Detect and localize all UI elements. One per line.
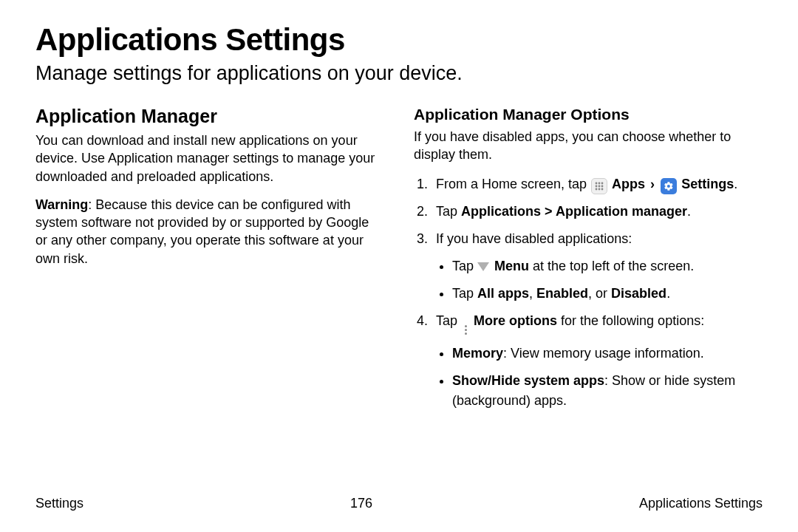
sub-text: , or xyxy=(588,286,611,301)
sub-text: Tap xyxy=(452,286,477,301)
svg-point-8 xyxy=(601,188,604,190)
svg-point-5 xyxy=(601,185,604,187)
sub-list: Tap Menu at the top left of the screen. … xyxy=(436,256,763,304)
step-item: Tap Applications > Application manager. xyxy=(432,202,763,222)
sub-text: : View memory usage information. xyxy=(503,346,704,361)
label: Show/Hide system apps xyxy=(452,373,604,388)
menu-label: Menu xyxy=(494,259,529,273)
label: Enabled xyxy=(536,286,588,301)
content-columns: Application Manager You can download and… xyxy=(35,106,763,418)
settings-label: Settings xyxy=(681,177,734,191)
left-column: Application Manager You can download and… xyxy=(35,106,384,418)
svg-point-3 xyxy=(596,185,598,187)
period: . xyxy=(734,177,737,191)
subsection-heading: Application Manager Options xyxy=(414,106,763,123)
section-heading: Application Manager xyxy=(35,106,384,127)
page-footer: Settings 176 Applications Settings xyxy=(35,496,763,511)
label: All apps xyxy=(477,286,529,301)
paragraph: You can download and install new applica… xyxy=(35,132,384,185)
svg-point-0 xyxy=(596,182,598,184)
footer-page-number: 176 xyxy=(350,496,372,511)
step-text: From a Home screen, tap xyxy=(436,177,590,191)
step-item: Tap More options for the following optio… xyxy=(432,311,763,412)
step-item: If you have disabled applications: Tap M… xyxy=(432,229,763,304)
label: Disabled xyxy=(611,286,666,301)
footer-right: Applications Settings xyxy=(639,496,763,511)
manual-page: Applications Settings Manage settings fo… xyxy=(0,0,798,532)
sub-text: Tap xyxy=(452,259,477,273)
svg-point-4 xyxy=(598,185,601,187)
apps-icon xyxy=(591,178,607,194)
warning-label: Warning xyxy=(35,197,88,212)
step-bold: Applications > Application manager xyxy=(461,204,687,219)
label: More options xyxy=(474,313,557,328)
sub-item: Tap All apps, Enabled, or Disabled. xyxy=(452,284,763,304)
period: . xyxy=(687,204,691,219)
paragraph: If you have disabled apps, you can choos… xyxy=(414,128,763,164)
dropdown-triangle-icon xyxy=(477,262,489,271)
page-subtitle: Manage settings for applications on your… xyxy=(35,62,763,85)
gear-icon xyxy=(661,178,677,194)
sub-text: , xyxy=(529,286,536,301)
steps-list: From a Home screen, tap Apps › Settings. xyxy=(414,174,763,412)
chevron-right-icon: › xyxy=(650,177,655,191)
svg-point-2 xyxy=(601,182,604,184)
footer-left: Settings xyxy=(35,496,83,511)
step-item: From a Home screen, tap Apps › Settings. xyxy=(432,174,763,194)
sub-list: Memory: View memory usage information. S… xyxy=(436,344,763,411)
step-text: If you have disabled applications: xyxy=(436,231,632,246)
right-column: Application Manager Options If you have … xyxy=(414,106,763,418)
label: Memory xyxy=(452,346,503,361)
sub-item: Show/Hide system apps: Show or hide syst… xyxy=(452,371,763,411)
svg-point-1 xyxy=(598,182,601,184)
svg-point-7 xyxy=(598,188,601,190)
page-title: Applications Settings xyxy=(35,22,763,58)
step-text: Tap xyxy=(436,313,461,328)
apps-label: Apps xyxy=(612,177,645,191)
more-options-icon xyxy=(462,323,469,336)
step-text: for the following options: xyxy=(557,313,704,328)
sub-item: Memory: View memory usage information. xyxy=(452,344,763,364)
warning-paragraph: Warning: Because this device can be conf… xyxy=(35,196,384,267)
sub-text: at the top left of the screen. xyxy=(529,259,694,273)
step-text: Tap xyxy=(436,204,461,219)
sub-item: Tap Menu at the top left of the screen. xyxy=(452,256,763,276)
period: . xyxy=(666,286,670,301)
svg-point-6 xyxy=(596,188,598,190)
